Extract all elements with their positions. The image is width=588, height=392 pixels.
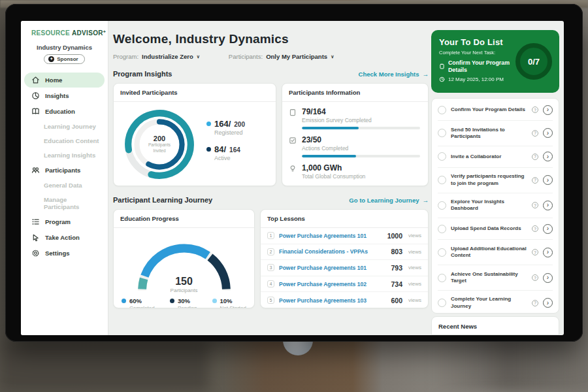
card-title: Participants Information bbox=[282, 84, 428, 102]
sidebar-item-insights[interactable]: Insights bbox=[21, 88, 108, 103]
help-icon[interactable]: ? bbox=[532, 225, 538, 232]
chevron-right-icon[interactable]: › bbox=[543, 298, 553, 308]
sidebar-menu: Home Insights Education Learning Journey… bbox=[21, 73, 108, 261]
chevron-right-icon[interactable]: › bbox=[543, 175, 553, 185]
filter-bar: Program: Industrialize Zero ∨ Participan… bbox=[113, 53, 429, 60]
rank-badge: 3 bbox=[267, 264, 274, 271]
task-row: Verify participants requesting to join t… bbox=[438, 168, 553, 193]
task-checkbox[interactable] bbox=[438, 225, 446, 233]
take-action-icon bbox=[31, 233, 40, 242]
help-icon[interactable]: ? bbox=[532, 274, 538, 281]
sidebar-item-program[interactable]: Program bbox=[21, 214, 108, 229]
completed-dot-icon bbox=[122, 299, 126, 303]
registered-dot-icon bbox=[206, 122, 211, 126]
lesson-title-link[interactable]: Financial Considerations - VPPAs bbox=[279, 248, 386, 255]
task-checkbox[interactable] bbox=[438, 248, 446, 257]
participants-icon bbox=[31, 166, 40, 174]
task-row: Achieve One Sustainability Target ? › bbox=[438, 265, 553, 291]
sidebar-item-home[interactable]: Home bbox=[24, 73, 105, 88]
lesson-row: 3 Power Purchase Agreements 101 793 view… bbox=[261, 260, 428, 276]
not-started-dot-icon bbox=[212, 299, 217, 303]
brand-part1: RESOURCE bbox=[31, 29, 70, 37]
sidebar-item-learning-insights[interactable]: Learning Insights bbox=[21, 148, 108, 162]
help-icon[interactable]: ? bbox=[532, 130, 538, 137]
sidebar-item-settings[interactable]: Settings bbox=[21, 246, 108, 261]
sidebar-item-label: Settings bbox=[45, 250, 69, 257]
brand-part2: ADVISOR bbox=[72, 29, 103, 37]
sidebar-item-label: Learning Insights bbox=[44, 152, 95, 159]
sidebar-item-label: Education Content bbox=[44, 137, 99, 144]
sidebar-item-learning-journey[interactable]: Learning Journey bbox=[21, 120, 108, 133]
help-icon[interactable]: ? bbox=[532, 300, 538, 306]
sidebar-item-education-content[interactable]: Education Content bbox=[21, 134, 108, 148]
chevron-right-icon[interactable]: › bbox=[543, 128, 553, 138]
task-checkbox[interactable] bbox=[438, 274, 446, 282]
lesson-row: 1 Power Purchase Agreements 101 1000 vie… bbox=[261, 228, 428, 244]
lesson-row: 4 Power Purchase Agreements 102 734 view… bbox=[261, 276, 428, 293]
task-row: Upload Spend Data Records ? › bbox=[438, 218, 553, 240]
task-checkbox[interactable] bbox=[438, 129, 446, 137]
go-to-learning-journey-link[interactable]: Go to Learning Journey → bbox=[349, 197, 429, 204]
help-icon[interactable]: ? bbox=[532, 106, 538, 113]
task-checkbox[interactable] bbox=[438, 299, 446, 307]
task-checkbox[interactable] bbox=[438, 106, 446, 114]
education-legend: 60% Completed 30% Pending 10% Not Starte… bbox=[114, 293, 254, 308]
sponsor-label: Sponsor bbox=[57, 56, 78, 62]
chevron-right-icon[interactable]: › bbox=[543, 152, 553, 161]
section-title-program-insights: Program Insights bbox=[113, 70, 172, 78]
sidebar-item-label: Take Action bbox=[45, 234, 80, 241]
lesson-title-link[interactable]: Power Purchase Agreements 101 bbox=[279, 265, 386, 271]
task-row: Send 50 Invitations to Participants ? › bbox=[438, 121, 553, 146]
help-icon[interactable]: ? bbox=[532, 154, 538, 160]
program-filter[interactable]: Program: Industrialize Zero ∨ bbox=[113, 53, 200, 60]
sidebar-item-take-action[interactable]: Take Action bbox=[21, 230, 108, 245]
invited-legend: 164/200 Registered 84/164 Active bbox=[206, 119, 245, 170]
help-icon[interactable]: ? bbox=[532, 177, 538, 184]
todo-next-task: Confirm Your Program Details bbox=[439, 59, 521, 73]
chevron-right-icon[interactable]: › bbox=[543, 105, 553, 115]
legend-registered: 164/200 Registered bbox=[206, 119, 245, 136]
task-row: Confirm Your Program Details ? › bbox=[438, 99, 553, 121]
sidebar-item-general-data[interactable]: General Data bbox=[21, 178, 108, 192]
legend-completed: 60% Completed bbox=[122, 297, 155, 308]
chevron-right-icon[interactable]: › bbox=[543, 224, 553, 234]
task-checkbox[interactable] bbox=[438, 201, 446, 210]
sidebar-item-label: Participants bbox=[45, 167, 80, 174]
donut-center-label: Participants Invited bbox=[148, 142, 171, 154]
help-icon[interactable]: ? bbox=[532, 249, 538, 255]
lesson-title-link[interactable]: Power Purchase Agreements 103 bbox=[279, 297, 386, 304]
rank-badge: 5 bbox=[267, 297, 274, 304]
task-row: Explore Your Insights Dashboard ? › bbox=[438, 193, 553, 219]
task-checkbox[interactable] bbox=[438, 152, 446, 161]
sidebar-item-label: Education bbox=[45, 108, 75, 115]
lesson-title-link[interactable]: Power Purchase Agreements 101 bbox=[279, 233, 383, 239]
task-row: Invite a Collaborator ? › bbox=[438, 146, 553, 168]
active-dot-icon bbox=[206, 147, 211, 152]
settings-icon bbox=[31, 249, 40, 257]
legend-active: 84/164 Active bbox=[206, 144, 245, 161]
check-more-insights-link[interactable]: Check More Insights → bbox=[359, 71, 429, 78]
dashboard-screen: RESOURCEADVISOR+ Industry Dynamics ✦ Spo… bbox=[21, 21, 564, 335]
card-title: Invited Participants bbox=[114, 84, 276, 102]
chevron-right-icon[interactable]: › bbox=[543, 273, 553, 283]
energy-icon bbox=[289, 165, 297, 172]
lesson-title-link[interactable]: Power Purchase Agreements 102 bbox=[279, 281, 386, 287]
chevron-right-icon[interactable]: › bbox=[543, 201, 553, 210]
actions-icon bbox=[289, 137, 297, 144]
progress-bar bbox=[302, 127, 420, 129]
sidebar-item-participants[interactable]: Participants bbox=[21, 163, 108, 178]
org-name: Industry Dynamics bbox=[21, 44, 108, 51]
sidebar-item-manage-participants[interactable]: Manage Participants bbox=[21, 193, 108, 214]
recent-news-title: Recent News bbox=[438, 323, 477, 330]
chevron-right-icon[interactable]: › bbox=[543, 248, 553, 257]
help-icon[interactable]: ? bbox=[532, 202, 538, 208]
task-checkbox[interactable] bbox=[438, 176, 446, 184]
rank-badge: 2 bbox=[267, 248, 274, 255]
sidebar-item-education[interactable]: Education bbox=[21, 104, 108, 119]
participants-filter[interactable]: Participants: Only My Participants ∨ bbox=[229, 53, 334, 60]
task-row: Complete Your Learning Journey ? › bbox=[438, 291, 553, 316]
todo-task-list: Confirm Your Program Details ? › Send 50… bbox=[431, 98, 559, 314]
todo-progress-badge: 0/7 bbox=[515, 43, 552, 80]
lesson-row: 5 Power Purchase Agreements 103 600 view… bbox=[261, 292, 428, 308]
chevron-down-icon: ∨ bbox=[331, 54, 334, 59]
